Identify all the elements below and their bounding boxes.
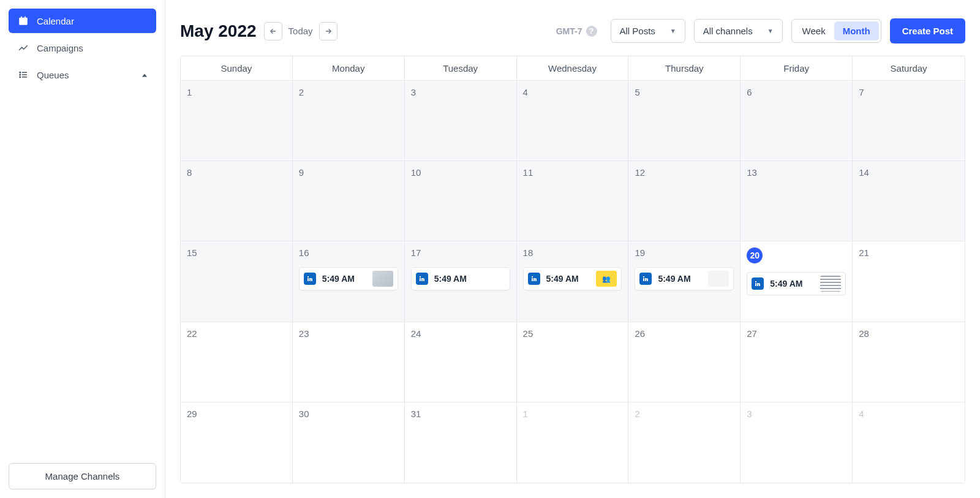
calendar-day-name: Wednesday <box>517 56 629 80</box>
calendar-cell[interactable]: 165:49 AM <box>293 241 405 321</box>
calendar-cell[interactable]: 22 <box>181 322 293 402</box>
calendar-cell[interactable]: 6 <box>741 81 853 160</box>
calendar-cell[interactable]: 175:49 AM <box>405 241 517 321</box>
calendar-cell[interactable]: 23 <box>293 322 405 402</box>
calendar-icon <box>17 15 29 27</box>
calendar-cell[interactable]: 30 <box>293 402 405 483</box>
calendar-date-number: 3 <box>411 87 416 97</box>
filter-channels-dropdown[interactable]: All channels ▼ <box>694 19 783 43</box>
calendar-cell[interactable]: 29 <box>181 402 293 483</box>
calendar-cell[interactable]: 28 <box>853 322 965 402</box>
calendar-body: 123456789101112131415165:49 AM175:49 AM1… <box>181 81 965 483</box>
calendar-cell[interactable]: 25 <box>517 322 629 402</box>
calendar-cell[interactable]: 9 <box>293 161 405 241</box>
calendar-date-number: 2 <box>299 87 304 97</box>
scheduled-post[interactable]: 5:49 AM👥 <box>523 267 622 290</box>
linkedin-icon <box>304 273 316 285</box>
calendar-cell[interactable]: 12 <box>628 161 741 241</box>
calendar-cell[interactable]: 1 <box>181 81 293 160</box>
calendar-cell[interactable]: 11 <box>517 161 629 241</box>
calendar-cell[interactable]: 195:49 AM <box>628 241 741 321</box>
calendar-cell[interactable]: 7 <box>853 81 965 160</box>
campaigns-icon <box>17 42 29 54</box>
page-title: May 2022 <box>180 21 257 41</box>
calendar-date-number: 20 <box>747 247 763 263</box>
calendar-date-number: 18 <box>523 247 533 258</box>
event-time: 5:49 AM <box>658 274 708 284</box>
event-thumbnail <box>372 271 393 287</box>
calendar-day-name: Friday <box>741 56 853 80</box>
event-thumbnail <box>708 271 729 287</box>
sidebar-item-label: Calendar <box>37 16 74 26</box>
next-month-button[interactable] <box>319 22 337 40</box>
calendar-cell[interactable]: 4 <box>853 402 965 483</box>
view-week-button[interactable]: Week <box>794 21 834 40</box>
sidebar-item-calendar[interactable]: Calendar <box>9 9 156 33</box>
calendar-cell[interactable]: 3 <box>405 81 517 160</box>
calendar-cell[interactable]: 31 <box>405 402 517 483</box>
calendar-cell[interactable]: 3 <box>741 402 853 483</box>
calendar-cell[interactable]: 2 <box>293 81 405 160</box>
linkedin-icon <box>752 277 764 290</box>
calendar-date-number: 10 <box>411 167 421 178</box>
scheduled-post[interactable]: 5:49 AM <box>635 267 734 290</box>
calendar-week: 891011121314 <box>181 161 965 241</box>
calendar-cell[interactable]: 4 <box>517 81 629 160</box>
calendar-date-number: 1 <box>523 409 528 419</box>
timezone-label: GMT-7 ? <box>556 26 597 37</box>
calendar-date-number: 2 <box>635 409 639 419</box>
sidebar-item-campaigns[interactable]: Campaigns <box>9 36 156 60</box>
queues-icon <box>17 69 29 81</box>
calendar-date-number: 31 <box>411 409 421 419</box>
filter-channels-label: All channels <box>703 26 753 36</box>
view-month-button[interactable]: Month <box>834 21 879 40</box>
scheduled-post[interactable]: 5:49 AM <box>299 267 398 290</box>
calendar-cell[interactable]: 21 <box>853 241 965 321</box>
calendar-cell[interactable]: 5 <box>628 81 741 160</box>
prev-month-button[interactable] <box>264 22 282 40</box>
calendar-cell[interactable]: 24 <box>405 322 517 402</box>
calendar-day-name: Tuesday <box>405 56 517 80</box>
calendar-date-number: 4 <box>859 409 864 419</box>
filter-posts-dropdown[interactable]: All Posts ▼ <box>611 19 685 43</box>
create-post-button[interactable]: Create Post <box>890 18 965 43</box>
calendar-cell[interactable]: 2 <box>628 402 741 483</box>
svg-marker-10 <box>142 74 147 77</box>
calendar-week: 22232425262728 <box>181 322 965 402</box>
event-time: 5:49 AM <box>434 274 484 284</box>
calendar-week: 15165:49 AM175:49 AM185:49 AM👥195:49 AM2… <box>181 241 965 322</box>
help-icon[interactable]: ? <box>586 26 597 37</box>
calendar-cell[interactable]: 13 <box>741 161 853 241</box>
sidebar-item-queues[interactable]: Queues <box>9 62 156 87</box>
calendar-date-number: 29 <box>187 409 197 419</box>
calendar-cell[interactable]: 1 <box>517 402 629 483</box>
event-thumbnail: 👥 <box>596 271 617 287</box>
event-time: 5:49 AM <box>322 274 372 284</box>
calendar-cell[interactable]: 8 <box>181 161 293 241</box>
calendar-cell[interactable]: 27 <box>741 322 853 402</box>
manage-channels-button[interactable]: Manage Channels <box>9 463 156 489</box>
calendar-date-number: 15 <box>187 247 197 258</box>
svg-rect-1 <box>19 18 28 20</box>
calendar-cell[interactable]: 185:49 AM👥 <box>517 241 629 321</box>
calendar-week: 1234567 <box>181 81 965 161</box>
calendar-date-number: 17 <box>411 247 421 258</box>
scheduled-post[interactable]: 5:49 AM <box>411 267 510 290</box>
svg-point-8 <box>20 77 21 78</box>
calendar-cell[interactable]: 15 <box>181 241 293 321</box>
linkedin-icon <box>416 273 428 285</box>
calendar-cell[interactable]: 14 <box>853 161 965 241</box>
manage-channels-label: Manage Channels <box>45 471 120 481</box>
sidebar: Calendar Campaigns Queues Manage Channel… <box>0 0 165 498</box>
calendar-date-number: 11 <box>523 167 533 178</box>
calendar-date-number: 12 <box>635 167 645 178</box>
calendar-week: 2930311234 <box>181 402 965 483</box>
event-thumbnail <box>820 276 841 292</box>
scheduled-post[interactable]: 5:49 AM <box>747 272 846 295</box>
calendar-cell[interactable]: 10 <box>405 161 517 241</box>
calendar-cell[interactable]: 26 <box>628 322 741 402</box>
today-button[interactable]: Today <box>288 26 313 36</box>
calendar-cell[interactable]: 205:49 AM <box>741 241 853 321</box>
calendar-date-number: 8 <box>187 167 192 178</box>
chevron-down-icon: ▼ <box>767 28 774 34</box>
